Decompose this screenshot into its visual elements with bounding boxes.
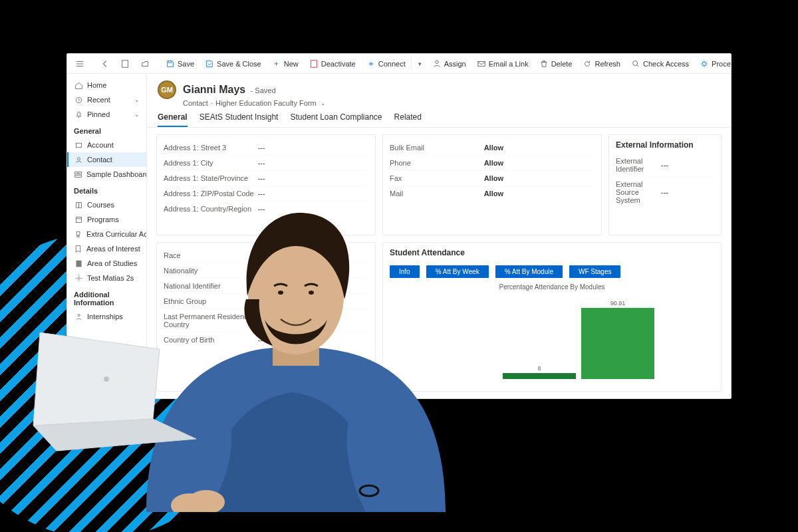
- email-link-label: Email a Link: [489, 60, 529, 68]
- email-link-button[interactable]: Email a Link: [473, 58, 533, 70]
- field-row[interactable]: PhoneAllow: [390, 156, 595, 171]
- field-label: Phone: [390, 159, 484, 167]
- command-bar: Save Save & Close ＋New Deactivate Connec…: [67, 54, 731, 74]
- connect-icon: [366, 59, 376, 68]
- pin-icon: [74, 110, 83, 119]
- field-label: Address 1: City: [164, 159, 258, 167]
- chart-bar: [581, 308, 654, 379]
- external-info-title: External Information: [616, 140, 714, 150]
- form-name[interactable]: Higher Education Faculty Form: [215, 99, 317, 107]
- field-row[interactable]: MailAllow: [390, 186, 595, 201]
- record-tabs: General SEAtS Student Insight Student Lo…: [147, 107, 731, 128]
- svg-rect-3: [478, 61, 485, 66]
- refresh-label: Refresh: [595, 60, 620, 68]
- connect-button[interactable]: Connect▾: [362, 57, 426, 71]
- new-button[interactable]: ＋New: [268, 58, 303, 70]
- save-button[interactable]: Save: [162, 58, 198, 70]
- field-label: External Identifier: [616, 157, 661, 173]
- field-row[interactable]: External Identifier---: [616, 154, 714, 177]
- field-label: Address 1: Street 3: [164, 144, 258, 152]
- process-button[interactable]: Process▾: [696, 58, 732, 70]
- sidebar-item-recent[interactable]: Recent⌄: [67, 92, 146, 107]
- sidebar-label: Recent: [87, 96, 110, 104]
- tab-seats-insight[interactable]: SEAtS Student Insight: [200, 112, 279, 127]
- att-btn-wf[interactable]: WF Stages: [569, 265, 620, 278]
- svg-point-18: [278, 291, 283, 295]
- sidebar-item-sample-dashboard[interactable]: Sample Dashboard: [67, 167, 146, 182]
- chevron-down-icon: ⌄: [134, 111, 140, 118]
- back-arrow-icon: [100, 59, 110, 68]
- save-label: Save: [178, 60, 194, 68]
- svg-point-5: [702, 62, 706, 65]
- field-value: ---: [258, 190, 368, 198]
- field-value: ---: [661, 161, 714, 169]
- check-access-label: Check Access: [643, 60, 689, 68]
- tab-general[interactable]: General: [158, 112, 188, 127]
- sidebar-label: Sample Dashboard: [86, 170, 146, 178]
- save-icon: [166, 59, 175, 68]
- external-info-section: External Information External Identifier…: [608, 134, 722, 235]
- refresh-button[interactable]: Refresh: [579, 58, 624, 70]
- tab-loan-compliance[interactable]: Student Loan Compliance: [290, 112, 382, 127]
- field-row[interactable]: External Source System---: [616, 177, 714, 207]
- chevron-down-icon: ⌄: [321, 100, 326, 106]
- chart-value-label: 90.91: [610, 300, 626, 307]
- field-row[interactable]: Address 1: State/Province---: [164, 171, 368, 186]
- form-button[interactable]: [116, 58, 134, 70]
- sidebar-item-account[interactable]: Account: [67, 138, 146, 152]
- svg-rect-9: [75, 172, 78, 174]
- contact-icon: [74, 155, 83, 164]
- deactivate-icon: [309, 59, 319, 68]
- hamburger-icon: [75, 59, 84, 68]
- home-icon: [74, 80, 83, 90]
- assign-label: Assign: [444, 60, 466, 68]
- chevron-down-icon: ⌄: [134, 96, 140, 103]
- field-value: ---: [661, 188, 714, 196]
- field-label: External Source System: [616, 180, 661, 204]
- save-close-button[interactable]: Save & Close: [201, 58, 265, 70]
- field-value: Allow: [484, 190, 595, 198]
- back-button[interactable]: [96, 58, 114, 70]
- account-icon: [74, 140, 83, 150]
- delete-button[interactable]: Delete: [535, 58, 577, 70]
- sidebar-group-details: Details: [67, 182, 146, 198]
- field-row[interactable]: Bulk EmailAllow: [390, 140, 595, 156]
- hamburger-button[interactable]: [71, 58, 88, 70]
- svg-rect-1: [311, 60, 317, 67]
- field-label: Fax: [390, 174, 484, 182]
- field-row[interactable]: Address 1: Street 3---: [164, 140, 368, 156]
- clock-icon: [74, 95, 83, 104]
- sidebar-item-home[interactable]: Home: [67, 78, 146, 92]
- field-value: ---: [258, 159, 368, 167]
- email-icon: [477, 59, 486, 68]
- field-row[interactable]: Address 1: City---: [164, 156, 368, 171]
- sidebar-item-contact[interactable]: Contact: [67, 152, 146, 167]
- sidebar-label: Account: [87, 141, 114, 149]
- svg-rect-7: [76, 143, 81, 148]
- svg-point-4: [633, 61, 638, 65]
- field-label: Address 1: State/Province: [164, 174, 258, 182]
- svg-rect-11: [75, 175, 82, 177]
- svg-rect-0: [122, 60, 128, 67]
- check-access-button[interactable]: Check Access: [627, 58, 693, 70]
- field-row[interactable]: FaxAllow: [390, 171, 595, 186]
- deactivate-button[interactable]: Deactivate: [305, 58, 360, 70]
- process-icon: [700, 59, 709, 68]
- svg-point-2: [436, 61, 438, 63]
- sidebar-item-pinned[interactable]: Pinned⌄: [67, 107, 146, 122]
- new-label: New: [284, 60, 299, 68]
- chevron-down-icon: ▾: [418, 61, 422, 67]
- field-value: Allow: [484, 159, 595, 167]
- connect-label: Connect: [378, 60, 406, 68]
- open-icon: [140, 59, 150, 68]
- tab-related[interactable]: Related: [394, 112, 422, 127]
- save-close-label: Save & Close: [217, 60, 261, 68]
- open-button[interactable]: [136, 58, 154, 70]
- assign-button[interactable]: Assign: [428, 58, 470, 70]
- form-icon: [120, 59, 130, 68]
- field-label: Bulk Email: [390, 144, 484, 152]
- check-access-icon: [631, 59, 640, 68]
- dashboard-icon: [74, 170, 82, 179]
- entity-label: Contact: [183, 99, 208, 107]
- save-close-icon: [205, 59, 214, 68]
